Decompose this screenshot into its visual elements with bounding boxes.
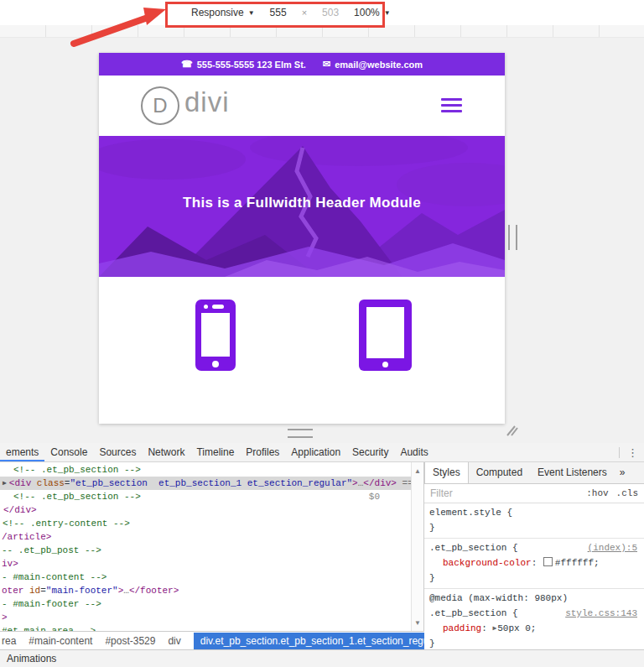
css-selector: .et_pb_section { bbox=[429, 543, 518, 553]
code-token: = bbox=[40, 586, 46, 596]
elements-node[interactable]: <!-- .et_pb_section --> bbox=[0, 463, 423, 477]
tablet-icon bbox=[359, 300, 412, 371]
fullwidth-header-module: This is a Fullwidth Header Module bbox=[99, 136, 505, 277]
dimension-separator: × bbox=[302, 8, 307, 18]
code-token: <!-- .et_pb_section --> bbox=[13, 465, 141, 475]
code-token: class bbox=[31, 478, 65, 488]
stylesheet-link[interactable]: (index):5 bbox=[588, 540, 637, 555]
styles-toggle-hov[interactable]: :hov bbox=[586, 488, 608, 498]
code-token: <div bbox=[9, 478, 31, 488]
code-token: </div> bbox=[363, 478, 397, 488]
email-text: email@website.com bbox=[335, 60, 423, 70]
elements-node[interactable]: > bbox=[0, 611, 423, 624]
stylesheet-link[interactable]: style.css:143 bbox=[565, 606, 637, 621]
code-token: <!-- .entry-content --> bbox=[3, 518, 130, 529]
phone-link[interactable]: ☎ 555-555-5555 123 Elm St. bbox=[181, 60, 306, 70]
styles-filter-bar: :hov.cls bbox=[424, 484, 644, 503]
phone-text: 555-555-5555 123 Elm St. bbox=[197, 60, 306, 70]
devtools-tabbar: ementsConsoleSourcesNetworkTimelineProfi… bbox=[0, 443, 644, 462]
viewport-width-input[interactable] bbox=[266, 7, 291, 18]
code-token: </footer> bbox=[129, 586, 179, 596]
css-property-value: 50px 0; bbox=[497, 623, 536, 633]
device-type-select[interactable]: Responsive ▼ bbox=[191, 7, 255, 18]
devtools-tab-ements[interactable]: ements bbox=[0, 443, 44, 461]
hamburger-menu-icon[interactable] bbox=[441, 98, 462, 116]
devtools-panel: ementsConsoleSourcesNetworkTimelineProfi… bbox=[0, 443, 644, 667]
elements-node[interactable]: - #main-content --> bbox=[0, 571, 423, 584]
devtools-tab-profiles[interactable]: Profiles bbox=[240, 443, 285, 461]
sidebar-tab-computed[interactable]: Computed bbox=[469, 462, 530, 483]
expand-shorthand-icon[interactable]: ▶ bbox=[492, 624, 496, 632]
elements-panel: <!-- .et_pb_section -->▶<div class="et_p… bbox=[0, 462, 424, 650]
breadcrumb-item[interactable]: div bbox=[168, 635, 180, 647]
logo-initial: D bbox=[153, 94, 167, 117]
css-rule: .et_pb_section {(index):5background-colo… bbox=[424, 539, 644, 589]
devtools-drawer: Animations bbox=[0, 649, 644, 667]
code-token: -- .et_pb_post --> bbox=[2, 545, 101, 555]
code-token: "main-footer" bbox=[46, 586, 118, 596]
divi-logo-mark[interactable]: D bbox=[141, 86, 179, 125]
code-token: </div> bbox=[3, 505, 37, 515]
color-swatch[interactable] bbox=[543, 557, 553, 566]
css-property[interactable]: padding: ▶50px 0; bbox=[429, 621, 639, 636]
elements-scrollbar[interactable]: ▲ ▼ bbox=[411, 462, 423, 632]
devtools-tab-application[interactable]: Application bbox=[285, 443, 346, 461]
devtools-tab-timeline[interactable]: Timeline bbox=[190, 443, 240, 461]
breadcrumb-item[interactable]: rea bbox=[2, 635, 16, 647]
elements-node-selected[interactable]: ▶<div class="et_pb_section et_pb_section… bbox=[0, 477, 423, 490]
elements-tree: <!-- .et_pb_section -->▶<div class="et_p… bbox=[0, 462, 423, 632]
elements-node[interactable]: - #main-footer --> bbox=[0, 597, 423, 611]
sidebar-tabs-overflow-icon[interactable]: » bbox=[615, 462, 631, 483]
elements-node[interactable]: <!-- .entry-content --> bbox=[0, 517, 423, 530]
selected-node-marker: $0 bbox=[369, 490, 380, 503]
dropdown-caret-icon: ▼ bbox=[384, 9, 391, 17]
devtools-tab-console[interactable]: Console bbox=[44, 443, 93, 461]
code-token: iv> bbox=[2, 559, 18, 569]
styles-toggle-cls[interactable]: .cls bbox=[616, 488, 638, 498]
devtools-tab-network[interactable]: Network bbox=[142, 443, 190, 461]
scroll-up-icon[interactable]: ▲ bbox=[412, 467, 423, 475]
smartphone-icon bbox=[195, 300, 236, 371]
code-token: > bbox=[352, 478, 358, 488]
css-property[interactable]: background-color: #ffffff; bbox=[429, 555, 639, 571]
styles-filter-input[interactable] bbox=[424, 487, 532, 500]
code-token: /article> bbox=[2, 532, 51, 542]
css-property-name: background-color bbox=[443, 558, 532, 568]
email-link[interactable]: ✉ email@website.com bbox=[323, 60, 423, 70]
divi-logo-text[interactable]: divi bbox=[184, 86, 230, 118]
styles-rules: element.style {}.et_pb_section {(index):… bbox=[424, 503, 644, 650]
viewport-height-resize-handle[interactable] bbox=[288, 429, 313, 438]
sidebar-tab-styles[interactable]: Styles bbox=[424, 462, 469, 483]
elements-node[interactable]: <!-- .et_pb_section -->$0 bbox=[0, 490, 423, 503]
zoom-select[interactable]: 100% ▼ bbox=[354, 7, 391, 18]
hero-title: This is a Fullwidth Header Module bbox=[99, 195, 505, 211]
elements-node[interactable]: oter id="main-footer">…</footer> bbox=[0, 584, 423, 597]
devtools-main: <!-- .et_pb_section -->▶<div class="et_p… bbox=[0, 462, 644, 650]
code-token: "et_pb_section et_pb_section_1 et_sectio… bbox=[70, 478, 352, 488]
devtools-tab-security[interactable]: Security bbox=[346, 443, 394, 461]
elements-node[interactable]: /article> bbox=[0, 530, 423, 544]
scroll-down-icon[interactable]: ▼ bbox=[412, 619, 423, 627]
css-rule: element.style {} bbox=[424, 503, 644, 539]
viewport-corner-resize-handle[interactable] bbox=[505, 424, 519, 437]
code-token: ▶ bbox=[3, 479, 7, 487]
devtools-menu-icon[interactable]: ⋮ bbox=[627, 446, 638, 459]
viewport-height-input[interactable] bbox=[318, 7, 343, 18]
breadcrumb-item-selected[interactable]: div.et_pb_section.et_pb_section_1.et_sec… bbox=[194, 633, 424, 649]
elements-node[interactable]: </div> bbox=[0, 503, 423, 517]
breadcrumb-item[interactable]: #post-3529 bbox=[105, 635, 155, 647]
device-icons-section bbox=[99, 277, 505, 424]
breadcrumb-item[interactable]: #main-content bbox=[29, 635, 92, 647]
styles-sidebar: StylesComputedEvent Listeners» :hov.cls … bbox=[424, 462, 644, 650]
elements-node[interactable]: -- .et_pb_post --> bbox=[0, 544, 423, 557]
zoom-value: 100% bbox=[354, 7, 380, 18]
drawer-tab-animations[interactable]: Animations bbox=[7, 653, 56, 664]
devtools-tab-audits[interactable]: Audits bbox=[394, 443, 434, 461]
viewport-width-resize-handle[interactable] bbox=[508, 225, 517, 250]
code-token: oter bbox=[2, 586, 23, 596]
phone-icon: ☎ bbox=[181, 60, 193, 69]
sidebar-tab-event-listeners[interactable]: Event Listeners bbox=[530, 462, 615, 483]
elements-node[interactable]: iv> bbox=[0, 557, 423, 571]
devtools-tab-sources[interactable]: Sources bbox=[93, 443, 142, 461]
css-property-value: #ffffff; bbox=[555, 558, 600, 568]
